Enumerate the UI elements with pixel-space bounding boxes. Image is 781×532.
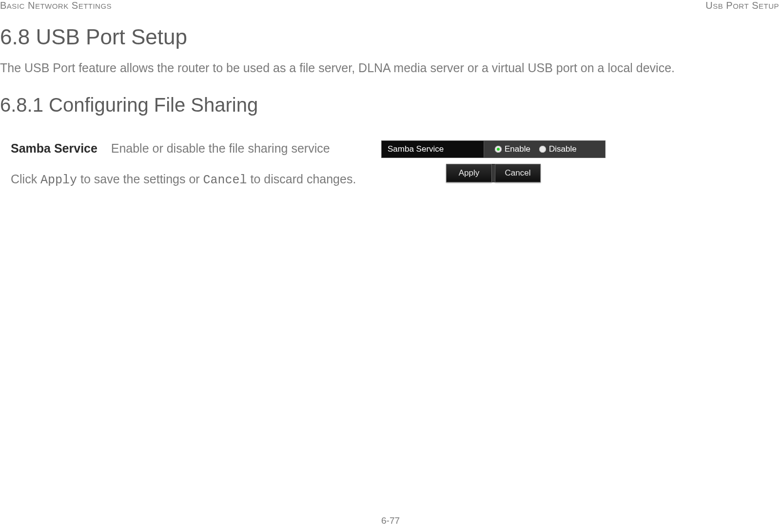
radio-enable[interactable]: Enable (495, 144, 530, 154)
radio-enable-label: Enable (505, 144, 530, 154)
router-row-label: Samba Service (381, 140, 484, 158)
page-number: 6-77 (0, 515, 781, 526)
apply-mono: Apply (40, 173, 77, 187)
radio-disable-label: Disable (549, 144, 577, 154)
router-radio-group: Enable Disable (484, 140, 605, 158)
radio-disable[interactable]: Disable (539, 144, 577, 154)
apply-mid: to save the settings or (77, 172, 203, 186)
samba-description: Samba Service Enable or disable the file… (11, 140, 362, 157)
header-left: Basic Network Settings (0, 0, 112, 11)
apply-button[interactable]: Apply (446, 164, 492, 182)
apply-post: to discard changes. (247, 172, 356, 186)
apply-pre: Click (11, 172, 40, 186)
apply-cancel-instruction: Click Apply to save the settings or Canc… (11, 171, 362, 189)
cancel-button[interactable]: Cancel (495, 164, 541, 182)
section-intro: The USB Port feature allows the router t… (0, 60, 781, 77)
samba-label: Samba Service (11, 141, 98, 155)
cancel-mono: Cancel (203, 173, 247, 187)
router-ui-panel: Samba Service Enable Disable Apply Cance… (381, 140, 605, 182)
radio-dot-selected-icon (495, 146, 502, 153)
section-heading: 6.8 USB Port Setup (0, 25, 781, 49)
samba-text: Enable or disable the file sharing servi… (111, 141, 330, 155)
subsection-heading: 6.8.1 Configuring File Sharing (0, 94, 781, 116)
header-right: USB Port Setup (705, 0, 779, 11)
radio-dot-unselected-icon (539, 146, 546, 153)
